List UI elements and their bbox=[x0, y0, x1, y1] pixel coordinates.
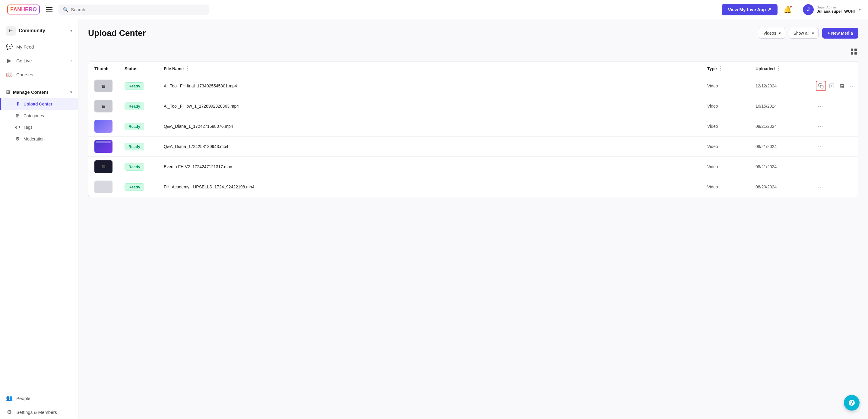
col-uploaded: Uploaded ⋮ bbox=[755, 66, 816, 71]
row-actions: ⋯ bbox=[816, 101, 852, 111]
notifications-button[interactable]: 🔔 bbox=[782, 4, 793, 15]
status-badge: Ready bbox=[125, 183, 144, 191]
svg-rect-2 bbox=[851, 52, 853, 55]
more-options-button[interactable]: ⋯ bbox=[816, 101, 825, 111]
sidebar-item-categories[interactable]: ⊞ Categories bbox=[0, 110, 78, 122]
type-cell: Video bbox=[707, 104, 755, 108]
user-chevron-icon: ▾ bbox=[859, 7, 861, 12]
sidebar-item-settings[interactable]: ⚙ Settings & Members bbox=[0, 405, 78, 419]
col-type: Type ⋮ bbox=[707, 66, 755, 71]
status-cell: Ready bbox=[125, 163, 164, 171]
copy-button[interactable] bbox=[816, 81, 826, 91]
more-options-button[interactable]: ⋯ bbox=[816, 141, 825, 152]
date-cell: 08/20/2024 bbox=[755, 185, 816, 189]
media-table: Thumb Status File Name ⋮ Type ⋮ Uploaded… bbox=[88, 61, 858, 197]
logo[interactable]: FANHERO bbox=[7, 4, 40, 14]
table-row: ⬛ Ready Evento FH V2_1724247121317.mov V… bbox=[88, 157, 858, 177]
user-profile-button[interactable]: J Super Admin Juliana.super_WUHI ▾ bbox=[803, 4, 861, 15]
moderation-icon: ⚙ bbox=[14, 136, 21, 142]
thumb-cell: 🎬 bbox=[94, 79, 125, 92]
app-layout: ⊢ Community ▾ 💬 My Feed ▶ Go Live › 📖 Co… bbox=[0, 19, 868, 419]
upload-center-icon: ⬆ bbox=[14, 101, 21, 107]
sidebar-item-people[interactable]: 👥 People bbox=[0, 391, 78, 405]
main-content: Upload Center Videos ▾ Show all ▾ + New … bbox=[79, 19, 868, 419]
filename-cell: Q&A_Diana_1_1724271588076.mp4 bbox=[164, 124, 707, 129]
more-options-button[interactable]: ⋯ bbox=[816, 182, 825, 192]
svg-rect-3 bbox=[855, 52, 857, 55]
thumbnail bbox=[94, 140, 113, 153]
uploaded-col-options[interactable]: ⋮ bbox=[776, 66, 781, 71]
view-live-button[interactable]: View My Live App ↗ bbox=[722, 4, 777, 15]
fanhero-sidebar-icon: ⊢ bbox=[9, 28, 13, 33]
table-row: 🎬 Ready Ai_Tool_FH-final_1734025545301.m… bbox=[88, 76, 858, 96]
sidebar-item-upload-center[interactable]: ⬆ Upload Center bbox=[0, 98, 78, 110]
type-col-options[interactable]: ⋮ bbox=[718, 66, 723, 71]
manage-content-icon: ⊞ bbox=[6, 89, 10, 95]
date-cell: 10/15/2024 bbox=[755, 104, 816, 108]
more-options-button[interactable]: ⋯ bbox=[816, 121, 825, 131]
manage-content-chevron-icon: ▾ bbox=[70, 90, 72, 94]
status-cell: Ready bbox=[125, 143, 164, 151]
sidebar-item-courses[interactable]: 📖 Courses bbox=[0, 67, 78, 82]
type-cell: Video bbox=[707, 124, 755, 129]
header-right: View My Live App ↗ 🔔 J Super Admin Julia… bbox=[722, 4, 861, 15]
date-cell: 08/21/2024 bbox=[755, 144, 816, 149]
thumb-cell bbox=[94, 140, 125, 153]
status-cell: Ready bbox=[125, 102, 164, 110]
more-options-button[interactable]: ⋯ bbox=[848, 81, 857, 91]
user-info: Super Admin Juliana.super_WUHI bbox=[817, 5, 855, 13]
manage-content-toggle[interactable]: ⊞ Manage Content ▾ bbox=[0, 86, 78, 98]
delete-button[interactable] bbox=[838, 82, 846, 90]
show-all-chevron-icon: ▾ bbox=[812, 31, 814, 36]
col-status: Status bbox=[125, 66, 164, 71]
svg-rect-0 bbox=[851, 49, 853, 51]
page-title: Upload Center bbox=[88, 28, 146, 38]
sidebar: ⊢ Community ▾ 💬 My Feed ▶ Go Live › 📖 Co… bbox=[0, 19, 79, 419]
sidebar-item-go-live[interactable]: ▶ Go Live › bbox=[0, 54, 78, 67]
type-cell: Video bbox=[707, 84, 755, 88]
manage-content-section: ⊞ Manage Content ▾ ⬆ Upload Center ⊞ Cat… bbox=[0, 84, 78, 147]
grid-view-button[interactable] bbox=[849, 47, 858, 58]
status-badge: Ready bbox=[125, 163, 144, 171]
community-section: ⊢ Community ▾ 💬 My Feed ▶ Go Live › 📖 Co… bbox=[0, 19, 78, 84]
avatar: J bbox=[803, 4, 814, 15]
external-link-icon: ↗ bbox=[768, 7, 772, 12]
row-actions: ⋯ bbox=[816, 121, 852, 131]
type-cell: Video bbox=[707, 144, 755, 149]
table-header: Thumb Status File Name ⋮ Type ⋮ Uploaded… bbox=[88, 62, 858, 76]
hamburger-button[interactable] bbox=[44, 6, 54, 13]
type-cell: Video bbox=[707, 185, 755, 189]
settings-icon: ⚙ bbox=[6, 409, 13, 415]
more-options-button[interactable]: ⋯ bbox=[816, 162, 825, 172]
community-toggle[interactable]: ⊢ Community ▾ bbox=[0, 22, 78, 40]
sidebar-item-tags[interactable]: 🏷 Tags bbox=[0, 122, 78, 133]
edit-button[interactable] bbox=[827, 82, 836, 90]
notification-dot bbox=[789, 5, 792, 8]
filename-cell: Ai_Tool_FH-final_1734025545301.mp4 bbox=[164, 84, 707, 88]
search-bar: 🔍 bbox=[59, 4, 209, 15]
support-button[interactable] bbox=[844, 395, 860, 411]
header-divider bbox=[798, 4, 798, 15]
filename-col-options[interactable]: ⋮ bbox=[185, 66, 190, 71]
status-badge: Ready bbox=[125, 143, 144, 151]
thumbnail bbox=[94, 120, 113, 133]
thumbnail bbox=[94, 181, 113, 193]
page-header: Upload Center Videos ▾ Show all ▾ + New … bbox=[88, 28, 858, 39]
status-badge: Ready bbox=[125, 123, 144, 130]
date-cell: 08/21/2024 bbox=[755, 164, 816, 169]
table-row: 🎬 Ready Ai_Tool_FHlow_1_1728992328363.mp… bbox=[88, 96, 858, 116]
filename-cell: Evento FH V2_1724247121317.mov bbox=[164, 164, 707, 169]
tags-icon: 🏷 bbox=[14, 125, 21, 130]
people-icon: 👥 bbox=[6, 395, 13, 401]
table-row: Ready FH_Academy - UPSELLS_1724192422198… bbox=[88, 177, 858, 197]
new-media-button[interactable]: + New Media bbox=[822, 28, 858, 39]
community-icon: ⊢ bbox=[6, 26, 16, 36]
my-feed-icon: 💬 bbox=[6, 43, 13, 50]
sidebar-item-my-feed[interactable]: 💬 My Feed bbox=[0, 40, 78, 54]
type-filter-dropdown[interactable]: Videos ▾ bbox=[759, 28, 785, 39]
show-all-dropdown[interactable]: Show all ▾ bbox=[789, 28, 818, 39]
status-cell: Ready bbox=[125, 123, 164, 130]
status-badge: Ready bbox=[125, 102, 144, 110]
sidebar-item-moderation[interactable]: ⚙ Moderation bbox=[0, 133, 78, 145]
search-input[interactable] bbox=[71, 7, 205, 12]
